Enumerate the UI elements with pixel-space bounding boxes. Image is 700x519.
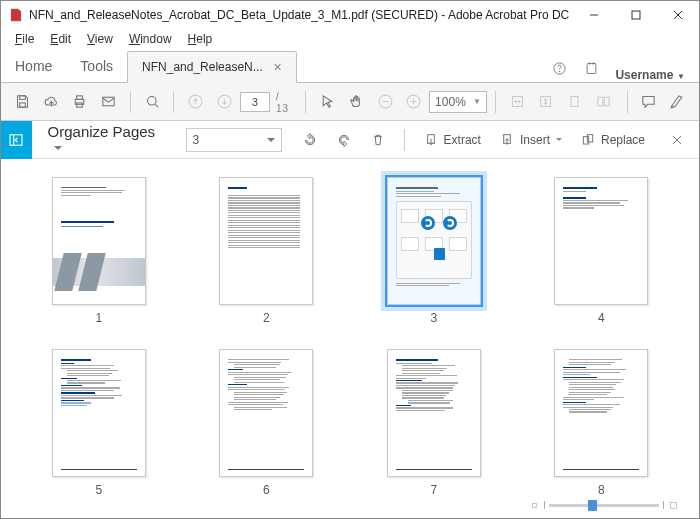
svg-rect-26 bbox=[571, 97, 578, 107]
svg-rect-1 bbox=[632, 11, 640, 19]
signin-label: Username bbox=[615, 68, 673, 82]
minimize-button[interactable] bbox=[573, 1, 615, 29]
tab-close-icon[interactable]: ✕ bbox=[273, 61, 282, 74]
page-range-select[interactable]: 3 bbox=[186, 128, 282, 152]
page-num-label: 6 bbox=[263, 483, 270, 497]
side-panel-toggle[interactable] bbox=[1, 121, 32, 159]
maximize-button[interactable] bbox=[615, 1, 657, 29]
view-single-button[interactable] bbox=[561, 88, 588, 116]
rotate-cw-button[interactable] bbox=[330, 127, 358, 153]
insert-button[interactable]: Insert bbox=[493, 127, 568, 153]
svg-rect-9 bbox=[20, 96, 26, 100]
email-button[interactable] bbox=[95, 88, 122, 116]
print-button[interactable] bbox=[66, 88, 93, 116]
page-thumbnail-3[interactable]: 3 bbox=[364, 177, 504, 325]
page-thumbnail-1[interactable]: 1 bbox=[29, 177, 169, 325]
page-thumbnail-4[interactable]: 4 bbox=[532, 177, 672, 325]
page-num-label: 3 bbox=[430, 311, 437, 325]
select-tool[interactable] bbox=[314, 88, 341, 116]
page-total: / 13 bbox=[272, 90, 298, 114]
cloud-button[interactable] bbox=[38, 88, 65, 116]
svg-rect-28 bbox=[604, 97, 609, 106]
zoom-out-button[interactable] bbox=[372, 88, 399, 116]
prev-page-button[interactable] bbox=[182, 88, 209, 116]
tab-home[interactable]: Home bbox=[1, 50, 66, 82]
highlight-button[interactable] bbox=[664, 88, 691, 116]
insert-label: Insert bbox=[520, 133, 550, 147]
thumbnail-pane: 1 2 bbox=[1, 159, 699, 519]
page-num-label: 2 bbox=[263, 311, 270, 325]
fit-width-button[interactable] bbox=[504, 88, 531, 116]
signin-button[interactable]: Username ▼ bbox=[607, 67, 699, 82]
tab-document-label: NFN_and_ReleaseN... bbox=[142, 60, 263, 74]
menu-file[interactable]: File bbox=[7, 30, 42, 48]
page-num-label: 4 bbox=[598, 311, 605, 325]
menu-edit[interactable]: Edit bbox=[42, 30, 79, 48]
extract-label: Extract bbox=[444, 133, 481, 147]
app-icon bbox=[9, 8, 23, 22]
save-button[interactable] bbox=[9, 88, 36, 116]
zoom-value: 100% bbox=[435, 95, 466, 109]
svg-line-16 bbox=[155, 104, 158, 107]
menu-view[interactable]: View bbox=[79, 30, 121, 48]
menu-help[interactable]: Help bbox=[180, 30, 221, 48]
svg-rect-37 bbox=[533, 503, 537, 507]
comment-button[interactable] bbox=[636, 88, 663, 116]
svg-rect-13 bbox=[77, 103, 83, 107]
zoom-small-icon bbox=[529, 500, 540, 511]
close-organize-button[interactable] bbox=[663, 127, 691, 153]
svg-rect-27 bbox=[598, 97, 603, 106]
page-thumbnail-8[interactable]: 8 bbox=[532, 349, 672, 497]
svg-rect-12 bbox=[77, 96, 83, 100]
zoom-large-icon bbox=[668, 500, 679, 511]
svg-rect-34 bbox=[587, 134, 592, 141]
page-thumbnail-6[interactable]: 6 bbox=[197, 349, 337, 497]
page-num-label: 7 bbox=[430, 483, 437, 497]
svg-rect-10 bbox=[20, 103, 26, 107]
svg-rect-33 bbox=[583, 136, 588, 143]
svg-point-15 bbox=[147, 97, 156, 106]
thumbnail-zoom-slider[interactable] bbox=[529, 498, 679, 512]
page-thumbnail-7[interactable]: 7 bbox=[364, 349, 504, 497]
menu-window[interactable]: Window bbox=[121, 30, 180, 48]
page-thumbnail-2[interactable]: 2 bbox=[197, 177, 337, 325]
window-title: NFN_and_ReleaseNotes_Acrobat_DC_Beta_Upd… bbox=[29, 8, 573, 22]
page-thumbnail-5[interactable]: 5 bbox=[29, 349, 169, 497]
replace-button[interactable]: Replace bbox=[574, 127, 651, 153]
view-double-button[interactable] bbox=[590, 88, 617, 116]
hand-tool[interactable] bbox=[343, 88, 370, 116]
search-button[interactable] bbox=[139, 88, 166, 116]
zoom-in-button[interactable] bbox=[400, 88, 427, 116]
page-number-input[interactable] bbox=[240, 92, 270, 112]
svg-rect-14 bbox=[103, 97, 114, 106]
close-button[interactable] bbox=[657, 1, 699, 29]
delete-page-button[interactable] bbox=[364, 127, 392, 153]
zoom-select[interactable]: 100%▼ bbox=[429, 91, 487, 113]
tab-tools[interactable]: Tools bbox=[66, 50, 127, 82]
tab-document[interactable]: NFN_and_ReleaseN... ✕ bbox=[127, 51, 297, 83]
page-num-label: 8 bbox=[598, 483, 605, 497]
rotate-ccw-button[interactable] bbox=[296, 127, 324, 153]
notifications-button[interactable] bbox=[577, 54, 605, 82]
page-num-label: 5 bbox=[95, 483, 102, 497]
page-num-label: 1 bbox=[95, 311, 102, 325]
extract-button[interactable]: Extract bbox=[417, 127, 487, 153]
next-page-button[interactable] bbox=[211, 88, 238, 116]
page-range-value: 3 bbox=[193, 133, 200, 147]
help-button[interactable] bbox=[545, 54, 573, 82]
svg-rect-38 bbox=[670, 502, 676, 508]
svg-rect-6 bbox=[587, 63, 596, 73]
organize-title[interactable]: Organize Pages bbox=[44, 123, 168, 157]
fit-page-button[interactable] bbox=[533, 88, 560, 116]
svg-point-5 bbox=[559, 71, 560, 72]
replace-label: Replace bbox=[601, 133, 645, 147]
